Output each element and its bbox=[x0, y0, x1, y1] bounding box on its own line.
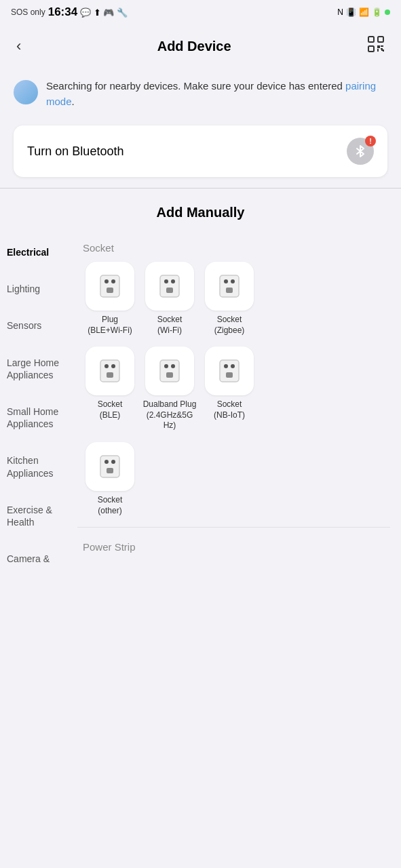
socket-wifi-icon bbox=[145, 262, 194, 311]
bluetooth-icon-wrap: ! bbox=[347, 138, 374, 165]
svg-rect-26 bbox=[226, 372, 233, 378]
plug-ble-wifi-label: Plug(BLE+Wi-Fi) bbox=[88, 315, 132, 336]
socket-row-1: Plug(BLE+Wi-Fi) Socket(Wi-Fi) bbox=[77, 259, 396, 344]
section-divider-power bbox=[77, 527, 390, 528]
battery-icon: 🔋 bbox=[372, 7, 382, 17]
bluetooth-card[interactable]: Turn on Bluetooth ! bbox=[14, 125, 387, 177]
vibrate-icon: 📳 bbox=[346, 7, 356, 17]
svg-rect-1 bbox=[378, 37, 383, 42]
svg-point-12 bbox=[224, 279, 228, 283]
svg-rect-27 bbox=[100, 456, 119, 477]
bluetooth-alert-badge: ! bbox=[365, 136, 376, 146]
status-bar: SOS only 16:34 💬 ⬆ 🎮 🔧 N 📳 📶 🔋 bbox=[0, 0, 401, 24]
device-socket-ble[interactable]: Socket(BLE) bbox=[83, 347, 137, 431]
sidebar-item-camera[interactable]: Camera & bbox=[0, 540, 75, 577]
sos-text: SOS only bbox=[11, 7, 45, 17]
svg-point-16 bbox=[104, 364, 109, 368]
search-text: Searching for nearby devices. Make sure … bbox=[46, 79, 387, 109]
svg-rect-23 bbox=[220, 360, 239, 382]
svg-point-20 bbox=[164, 364, 168, 368]
status-left: SOS only 16:34 💬 ⬆ 🎮 🔧 bbox=[11, 5, 128, 19]
header: ‹ Add Device bbox=[0, 24, 401, 68]
nfc-icon: N bbox=[337, 7, 343, 17]
device-socket-zigbee[interactable]: Socket(Zigbee) bbox=[202, 262, 256, 336]
svg-rect-2 bbox=[368, 46, 374, 52]
socket-row-3: Socket(other) bbox=[77, 439, 396, 524]
socket-other-icon bbox=[85, 442, 134, 491]
socket-ble-icon bbox=[85, 347, 134, 395]
socket-row-2: Socket(BLE) Dualband Plug(2.4GHz&5G Hz) bbox=[77, 344, 396, 439]
device-dualband-plug[interactable]: Dualband Plug(2.4GHz&5G Hz) bbox=[142, 347, 197, 431]
svg-point-17 bbox=[111, 364, 115, 368]
page-title: Add Device bbox=[157, 39, 231, 54]
back-button[interactable]: ‹ bbox=[14, 35, 24, 58]
signal-dot bbox=[385, 9, 390, 15]
svg-rect-30 bbox=[107, 468, 113, 473]
svg-rect-0 bbox=[368, 37, 374, 42]
clock: 16:34 bbox=[48, 5, 77, 19]
svg-rect-7 bbox=[160, 275, 179, 297]
sidebar: Electrical Lighting Sensors Large Home A… bbox=[0, 234, 75, 577]
svg-rect-14 bbox=[226, 288, 233, 293]
svg-point-8 bbox=[164, 279, 168, 283]
sidebar-item-lighting[interactable]: Lighting bbox=[0, 271, 75, 307]
search-spinner bbox=[14, 80, 38, 104]
section-label-socket: Socket bbox=[77, 234, 396, 259]
device-socket-nb-iot[interactable]: Socket(NB-IoT) bbox=[202, 347, 256, 431]
svg-rect-11 bbox=[220, 275, 239, 297]
status-app-icons: 💬 ⬆ 🎮 🔧 bbox=[80, 7, 128, 18]
scan-icon bbox=[367, 35, 385, 53]
device-socket-wifi[interactable]: Socket(Wi-Fi) bbox=[142, 262, 197, 336]
svg-rect-6 bbox=[107, 288, 113, 293]
sidebar-item-large-home[interactable]: Large Home Appliances bbox=[0, 344, 75, 393]
bluetooth-label: Turn on Bluetooth bbox=[27, 144, 123, 159]
svg-rect-15 bbox=[100, 360, 119, 382]
content-area: Electrical Lighting Sensors Large Home A… bbox=[0, 234, 401, 577]
svg-point-4 bbox=[104, 279, 109, 283]
socket-zigbee-label: Socket(Zigbee) bbox=[214, 315, 245, 336]
search-notice: Searching for nearby devices. Make sure … bbox=[0, 68, 401, 120]
sidebar-item-kitchen[interactable]: Kitchen Appliances bbox=[0, 442, 75, 491]
svg-point-5 bbox=[111, 279, 115, 283]
socket-ble-label: Socket(BLE) bbox=[98, 399, 123, 420]
status-right: N 📳 📶 🔋 bbox=[337, 7, 390, 17]
plug-ble-wifi-icon bbox=[85, 262, 134, 311]
device-socket-other[interactable]: Socket(other) bbox=[83, 442, 137, 516]
sidebar-item-small-home[interactable]: Small Home Appliances bbox=[0, 393, 75, 442]
wifi-icon: 📶 bbox=[359, 7, 369, 17]
svg-point-24 bbox=[224, 364, 228, 368]
device-plug-ble-wifi[interactable]: Plug(BLE+Wi-Fi) bbox=[83, 262, 137, 336]
svg-point-29 bbox=[111, 460, 115, 464]
socket-nb-iot-icon bbox=[205, 347, 254, 395]
svg-point-21 bbox=[171, 364, 175, 368]
sidebar-item-exercise[interactable]: Exercise & Health bbox=[0, 492, 75, 540]
svg-rect-19 bbox=[160, 360, 179, 382]
sidebar-item-sensors[interactable]: Sensors bbox=[0, 307, 75, 344]
svg-rect-18 bbox=[107, 372, 113, 378]
svg-point-13 bbox=[231, 279, 235, 283]
add-manually-title: Add Manually bbox=[0, 189, 401, 234]
svg-rect-10 bbox=[166, 288, 173, 293]
svg-rect-22 bbox=[166, 372, 173, 378]
sidebar-item-electrical[interactable]: Electrical bbox=[0, 234, 75, 271]
dualband-plug-icon bbox=[145, 347, 194, 395]
socket-zigbee-icon bbox=[205, 262, 254, 311]
section-label-power-strip: Power Strip bbox=[77, 530, 396, 558]
svg-point-28 bbox=[104, 460, 109, 464]
svg-point-9 bbox=[171, 279, 175, 283]
dualband-plug-label: Dualband Plug(2.4GHz&5G Hz) bbox=[142, 399, 197, 431]
device-area: Socket Plug(BLE+Wi-Fi) bbox=[75, 234, 401, 577]
svg-rect-3 bbox=[100, 275, 119, 297]
svg-point-25 bbox=[231, 364, 235, 368]
socket-nb-iot-label: Socket(NB-IoT) bbox=[214, 399, 245, 420]
scan-button[interactable] bbox=[364, 33, 387, 60]
socket-other-label: Socket(other) bbox=[98, 495, 123, 516]
socket-wifi-label: Socket(Wi-Fi) bbox=[157, 315, 183, 336]
